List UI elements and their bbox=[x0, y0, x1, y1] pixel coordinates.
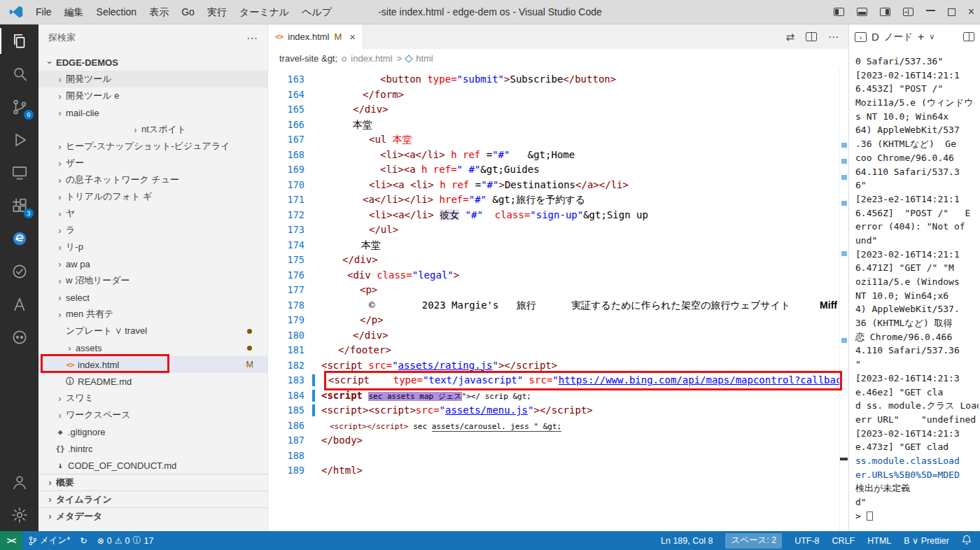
code-line-174[interactable]: 174本堂 bbox=[268, 238, 848, 253]
breadcrumb-item-symbol[interactable]: html bbox=[416, 53, 433, 64]
code-line-181[interactable]: 181</footer> bbox=[268, 343, 848, 358]
code-line-182[interactable]: 182<script src="assets/rating.js"></scri… bbox=[268, 358, 848, 374]
code-line-169[interactable]: 169<li><a h ref=" #"&gt;Guides bbox=[268, 162, 848, 178]
customize-layout-icon[interactable] bbox=[903, 8, 913, 16]
tree-item[interactable]: ›トリアルのフォト ギ bbox=[38, 188, 267, 205]
code-line-167[interactable]: 167<ul 本堂 bbox=[268, 132, 848, 148]
tree-item[interactable]: ›タイムライン bbox=[38, 491, 267, 507]
explorer-icon[interactable] bbox=[0, 24, 38, 57]
code-line-179[interactable]: 179</p> bbox=[268, 313, 848, 328]
more-actions-icon[interactable]: ⋯ bbox=[246, 31, 258, 45]
remote-indicator[interactable]: >< bbox=[0, 531, 22, 550]
tab-index-html[interactable]: <> index.html M × bbox=[268, 24, 363, 49]
menu-item[interactable]: Go bbox=[175, 0, 201, 24]
console-prompt[interactable]: > bbox=[855, 509, 979, 523]
tree-item[interactable]: ›ヒープ-スナップショット-ビジュアライ bbox=[38, 138, 267, 155]
minimize-icon[interactable] bbox=[926, 10, 935, 11]
add-icon[interactable]: + bbox=[918, 31, 924, 43]
copilot-icon[interactable] bbox=[0, 320, 38, 353]
code-line-180[interactable]: 180</div> bbox=[268, 328, 848, 344]
remote-explorer-icon[interactable] bbox=[0, 156, 38, 189]
overview-ruler[interactable] bbox=[839, 68, 848, 531]
code-line-189[interactable]: 189</html> bbox=[268, 463, 848, 479]
code-line-184[interactable]: 184<script sec assets map ジェス"></ scrip … bbox=[268, 388, 848, 404]
menu-item[interactable]: ターミナル bbox=[233, 0, 295, 24]
tree-item[interactable]: ›ワークスペース bbox=[38, 407, 267, 423]
more-actions-icon[interactable]: ⋯ bbox=[828, 31, 839, 43]
language-mode[interactable]: HTML bbox=[867, 536, 891, 546]
tree-item[interactable]: ›リ-p bbox=[38, 239, 267, 255]
tree-item[interactable]: ◆.gitignore bbox=[38, 423, 267, 440]
tree-item[interactable]: ›ntスポイト bbox=[38, 121, 267, 138]
tree-item[interactable]: ›ヤ bbox=[38, 205, 267, 222]
search-icon[interactable] bbox=[0, 57, 38, 90]
code-line-165[interactable]: 165</div> bbox=[268, 102, 848, 118]
tree-item[interactable]: ›スワミ bbox=[38, 390, 267, 407]
code-line-175[interactable]: 175</div> bbox=[268, 253, 848, 268]
sync-icon[interactable]: ↻ bbox=[76, 531, 90, 550]
code-line-166[interactable]: 166本堂 bbox=[268, 118, 848, 133]
code-area[interactable]: 163<button type="submit">Subscribe</butt… bbox=[268, 68, 848, 531]
code-line-171[interactable]: 171<a</li></li> href="#" &gt;旅行を予約する bbox=[268, 192, 848, 208]
panel-open-icon[interactable]: › bbox=[855, 32, 867, 42]
tree-item[interactable]: ›開発ツール bbox=[38, 71, 267, 87]
code-line-176[interactable]: 176<div class="legal"> bbox=[268, 268, 848, 283]
maximize-icon[interactable] bbox=[948, 8, 955, 16]
code-line-163[interactable]: 163<button type="submit">Subscribe</butt… bbox=[268, 72, 848, 87]
tree-item[interactable]: ›select bbox=[38, 289, 267, 306]
split-editor-icon[interactable] bbox=[806, 32, 817, 41]
tree-item[interactable]: ›aw pa bbox=[38, 255, 267, 272]
close-icon[interactable]: × bbox=[968, 6, 974, 17]
code-line-187[interactable]: 187</body> bbox=[268, 433, 848, 449]
toggle-sidebar-icon[interactable] bbox=[834, 8, 844, 16]
diff-icon[interactable]: ⇄ bbox=[785, 31, 794, 43]
code-line-178[interactable]: 178Miff© 2023 Margie's 旅行 実証するために作られた架空の… bbox=[268, 298, 848, 313]
code-line-168[interactable]: 168<li><a</li> h ref ="#" &gt;Home bbox=[268, 148, 848, 163]
tree-item[interactable]: ⓘREADME.md bbox=[38, 373, 267, 390]
menu-item[interactable]: File bbox=[29, 0, 58, 24]
azure-icon[interactable] bbox=[0, 288, 38, 320]
run-debug-icon[interactable] bbox=[0, 123, 38, 156]
indentation-setting[interactable]: スペース: 2 bbox=[725, 533, 782, 549]
tree-item[interactable]: ›assets bbox=[38, 339, 267, 356]
console-dropdown[interactable]: ノード bbox=[884, 31, 913, 43]
tree-item[interactable]: ›w 沼地リーダー bbox=[38, 272, 267, 289]
code-line-188[interactable]: 188 bbox=[268, 449, 848, 464]
git-branch[interactable]: メイン* bbox=[25, 531, 74, 550]
code-line-164[interactable]: 164</form> bbox=[268, 87, 848, 103]
toggle-secondary-sidebar-icon[interactable] bbox=[880, 8, 890, 16]
close-tab-icon[interactable]: × bbox=[349, 31, 356, 43]
bell-icon[interactable] bbox=[962, 535, 972, 547]
menu-item[interactable]: Selection bbox=[90, 0, 144, 24]
tree-item[interactable]: ›ラ bbox=[38, 222, 267, 239]
menu-item[interactable]: ヘルプ bbox=[295, 0, 338, 24]
code-line-185[interactable]: 185<script><script>src="assets/menu.js">… bbox=[268, 403, 848, 418]
code-line-183[interactable]: 183<script type="text/javascript" src="h… bbox=[268, 373, 848, 388]
code-line-186[interactable]: 186<script></script> sec assets/carousel… bbox=[268, 418, 848, 434]
testing-icon[interactable] bbox=[0, 255, 38, 288]
tree-item[interactable]: ›EDGE-DEMOS bbox=[38, 54, 267, 71]
tree-item[interactable]: ›ザー bbox=[38, 155, 267, 171]
edge-icon[interactable] bbox=[0, 222, 38, 255]
extensions-icon[interactable]: 3 bbox=[0, 189, 38, 222]
tree-item[interactable]: ›men 共有テ bbox=[38, 306, 267, 323]
menu-item[interactable]: 表示 bbox=[143, 0, 175, 24]
eol-setting[interactable]: CRLF bbox=[832, 536, 855, 546]
tree-item-index-html[interactable]: <>index.htmlM bbox=[38, 356, 267, 373]
encoding[interactable]: UTF-8 bbox=[794, 536, 819, 546]
formatter-status[interactable]: B ∨ Prettier bbox=[904, 535, 949, 546]
tree-item[interactable]: ↓CODE_OF_CONDUCT.md bbox=[38, 457, 267, 474]
tree-item[interactable]: ›の息子ネットワーク チュー bbox=[38, 171, 267, 188]
code-line-173[interactable]: 173</ul> bbox=[268, 223, 848, 238]
tree-item[interactable]: ›概要 bbox=[38, 474, 267, 491]
code-line-172[interactable]: 172<li><a</li> 彼女 "#" class="sign-up"&gt… bbox=[268, 208, 848, 223]
settings-icon[interactable] bbox=[0, 498, 38, 531]
tree-item[interactable]: ›メタデータ bbox=[38, 507, 267, 524]
toggle-panel-icon[interactable] bbox=[857, 8, 867, 16]
tree-item[interactable]: ›mail-clie bbox=[38, 104, 267, 121]
problems-indicator[interactable]: ⊗0 ⚠0 ⓘ17 bbox=[94, 531, 158, 550]
tree-item[interactable]: ンプレート ∨ travel bbox=[38, 323, 267, 339]
split-panel-icon[interactable] bbox=[963, 32, 974, 41]
source-control-icon[interactable]: 6 bbox=[0, 90, 38, 123]
account-icon[interactable] bbox=[0, 465, 38, 498]
